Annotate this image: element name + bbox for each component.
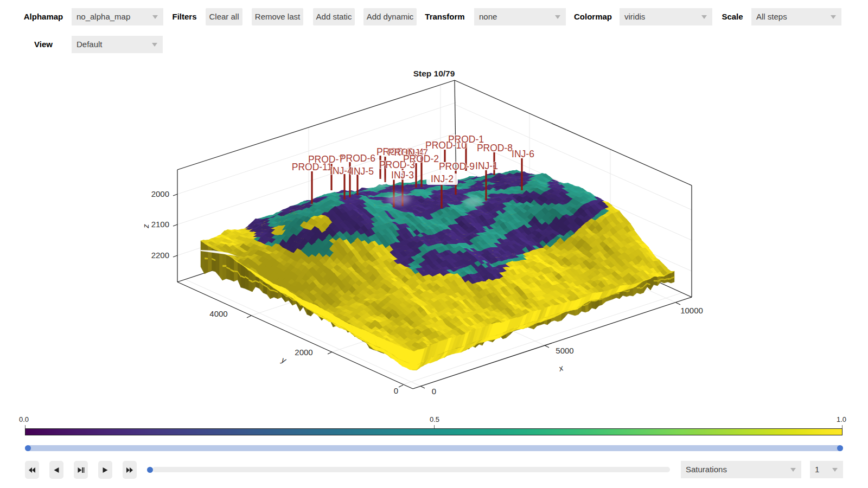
svg-text:2200: 2200 [151,251,169,260]
svg-text:PROD-8: PROD-8 [477,143,513,153]
svg-text:2100: 2100 [151,220,169,229]
svg-text:y: y [280,355,289,365]
svg-text:INJ-5: INJ-5 [351,166,374,177]
svg-text:PROD-6: PROD-6 [340,153,375,164]
svg-text:INJ-3: INJ-3 [391,170,414,181]
svg-text:x: x [557,363,565,373]
svg-text:INJ-2: INJ-2 [431,174,454,184]
svg-text:z: z [141,224,150,229]
svg-text:PROD-7: PROD-7 [308,154,344,165]
svg-text:INJ-6: INJ-6 [512,149,534,159]
svg-text:PROD-2: PROD-2 [403,153,439,164]
svg-text:2000: 2000 [151,189,169,198]
svg-text:4000: 4000 [209,309,227,318]
svg-text:5000: 5000 [556,346,573,355]
svg-text:PROD-9: PROD-9 [439,161,475,172]
svg-text:0: 0 [432,387,436,396]
svg-text:INJ-1: INJ-1 [475,160,498,171]
svg-text:Step 10/79: Step 10/79 [413,69,455,78]
svg-text:2000: 2000 [295,348,312,357]
svg-text:0: 0 [394,386,398,395]
svg-text:INJ-4: INJ-4 [330,165,353,176]
svg-text:10000: 10000 [680,306,703,315]
